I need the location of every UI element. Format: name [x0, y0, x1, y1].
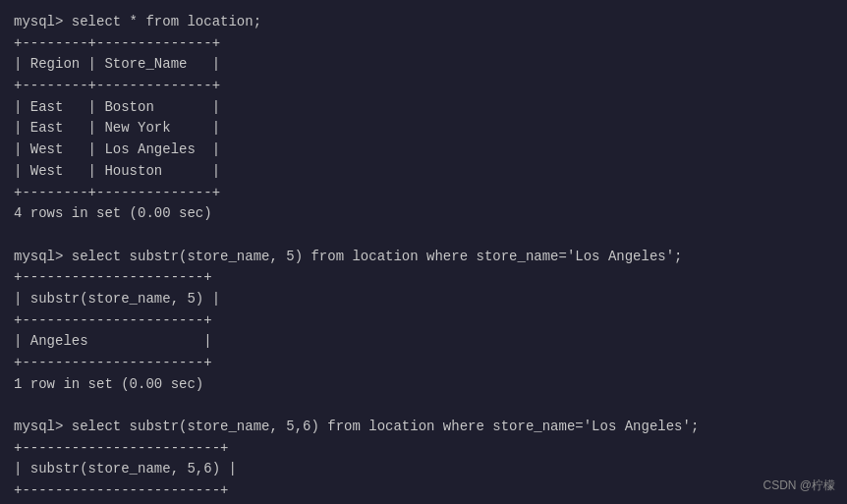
terminal-window: mysql> select * from location; +--------… [0, 0, 847, 504]
terminal-output: mysql> select * from location; +--------… [14, 12, 833, 504]
watermark: CSDN @柠檬 [762, 477, 835, 494]
